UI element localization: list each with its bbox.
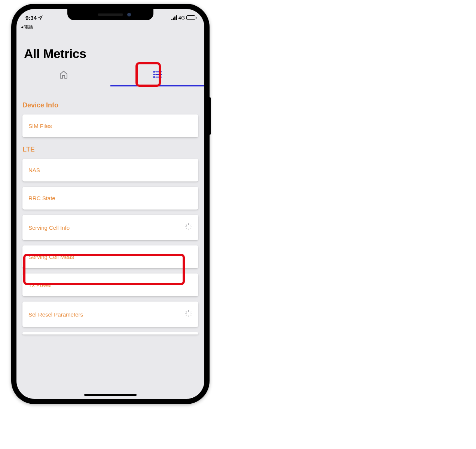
- back-to-app[interactable]: 電話: [21, 24, 33, 30]
- list-item-label: SIM Files: [28, 123, 52, 129]
- list-icon: [152, 69, 163, 81]
- svg-point-3: [153, 71, 154, 72]
- svg-rect-16: [185, 313, 187, 314]
- svg-rect-11: [190, 228, 192, 229]
- svg-rect-15: [188, 315, 189, 317]
- list-item-rrc-state[interactable]: RRC State: [22, 187, 198, 210]
- page-title: All Metrics: [16, 24, 204, 61]
- phone-screen: 9:34 4G 電話 All Metrics: [16, 9, 204, 399]
- battery-icon: [186, 15, 195, 20]
- list-item-tx-power[interactable]: Tx Power: [22, 274, 198, 296]
- list-item-serving-cell-meas[interactable]: Serving Cell Meas: [22, 245, 198, 268]
- home-indicator[interactable]: [84, 394, 137, 396]
- svg-rect-13: [190, 224, 192, 226]
- svg-rect-8: [185, 226, 187, 227]
- list-item-next[interactable]: [22, 332, 198, 335]
- svg-rect-20: [186, 315, 187, 316]
- tab-list[interactable]: [110, 64, 204, 86]
- svg-rect-7: [188, 229, 189, 230]
- svg-rect-10: [186, 224, 187, 226]
- phone-side-button: [209, 97, 211, 135]
- list-item-sel-resel-parameters[interactable]: Sel Resel Parameters: [22, 302, 198, 327]
- loading-spinner-icon: [185, 310, 192, 319]
- list-item-sim-files[interactable]: SIM Files: [22, 114, 198, 137]
- svg-point-5: [153, 77, 154, 77]
- tab-home[interactable]: [16, 64, 110, 86]
- home-icon: [59, 70, 68, 80]
- section-header-lte: LTE: [22, 146, 198, 153]
- list-item-label: NAS: [28, 167, 40, 173]
- svg-point-4: [153, 74, 154, 75]
- svg-rect-6: [188, 223, 189, 225]
- list-item-label: RRC State: [28, 195, 55, 201]
- cellular-signal-icon: [171, 15, 177, 20]
- location-icon: [38, 15, 43, 21]
- section-header-device-info: Device Info: [22, 101, 198, 109]
- phone-frame: 9:34 4G 電話 All Metrics: [11, 4, 210, 404]
- list-item-label: Serving Cell Meas: [28, 254, 74, 260]
- svg-rect-14: [188, 310, 189, 312]
- phone-notch: [67, 9, 153, 20]
- svg-rect-21: [190, 311, 192, 312]
- list-item-label: Sel Resel Parameters: [28, 311, 83, 318]
- status-time: 9:34: [25, 15, 37, 21]
- svg-rect-17: [190, 313, 192, 314]
- svg-rect-18: [186, 311, 187, 312]
- loading-spinner-icon: [185, 223, 192, 232]
- list-item-serving-cell-info[interactable]: Serving Cell Info: [22, 215, 198, 240]
- svg-rect-12: [186, 228, 187, 229]
- list-item-label: Serving Cell Info: [28, 224, 70, 231]
- tabs: [16, 64, 204, 86]
- list-item-nas[interactable]: NAS: [22, 159, 198, 181]
- svg-rect-19: [190, 315, 192, 316]
- network-type: 4G: [178, 15, 185, 21]
- list-item-label: Tx Power: [28, 282, 52, 288]
- svg-rect-9: [190, 226, 192, 227]
- content-scroll[interactable]: Device Info SIM Files LTE NAS RRC State …: [16, 86, 204, 394]
